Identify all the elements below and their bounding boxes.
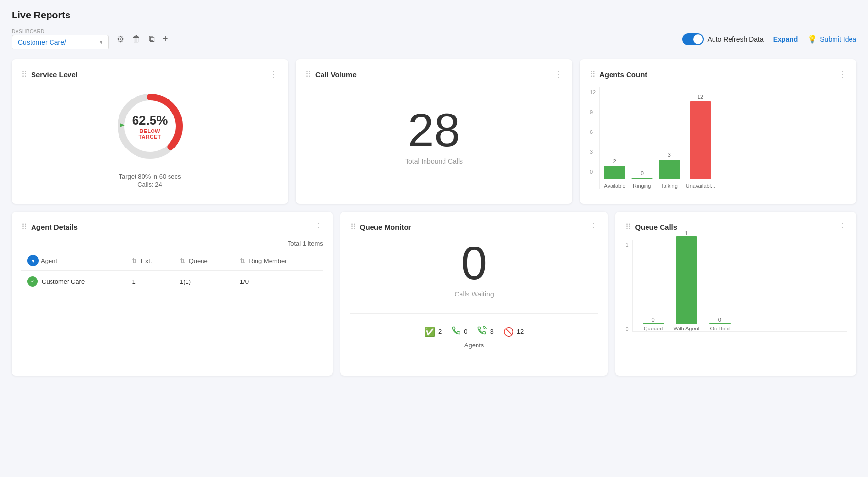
check-circle-icon: ✅ bbox=[425, 327, 435, 337]
auto-refresh-toggle: Auto Refresh Data bbox=[682, 33, 764, 45]
call-volume-title: Call Volume bbox=[315, 70, 357, 79]
bar-queued: 0 Queued bbox=[643, 317, 664, 331]
queue-monitor-card: ⠿ Queue Monitor ⋮ 0 Calls Waiting ✅ 2 bbox=[340, 212, 608, 376]
card-title-wrap: ⠿ Service Level bbox=[21, 70, 78, 79]
bar-unavailable: 12 Unavailabl... bbox=[686, 94, 715, 189]
cell-agent: ✓ Customer Care bbox=[21, 271, 126, 292]
stat-unavailable: 🚫 12 bbox=[503, 327, 524, 337]
agent-details-table: ▼ Agent ⇅ Ext. ⇅ Queue bbox=[21, 251, 323, 292]
copy-icon[interactable]: ⧉ bbox=[147, 32, 157, 46]
call-volume-menu-icon[interactable]: ⋮ bbox=[554, 69, 562, 80]
phone-icon bbox=[477, 326, 487, 338]
col-queue[interactable]: ⇅ Queue bbox=[174, 251, 234, 271]
delete-icon[interactable]: 🗑 bbox=[130, 32, 143, 46]
agents-count-title: Agents Count bbox=[599, 70, 647, 79]
dashboard-select-text: Customer Care/ bbox=[18, 38, 96, 46]
agent-details-menu-icon[interactable]: ⋮ bbox=[314, 221, 323, 232]
call-volume-number: 28 bbox=[408, 107, 460, 153]
call-volume-label: Total Inbound Calls bbox=[405, 157, 463, 165]
stat-ringing-value: 0 bbox=[464, 328, 467, 335]
y-axis: 12 9 6 3 0 bbox=[590, 87, 599, 175]
cell-queue: 1(1) bbox=[174, 271, 234, 292]
card-title-wrap: ⠿ Queue Monitor bbox=[350, 222, 411, 231]
toolbar-right: Auto Refresh Data Expand 💡 Submit Idea bbox=[682, 33, 856, 45]
call-volume-header: ⠿ Call Volume ⋮ bbox=[306, 69, 562, 80]
bottom-grid: ⠿ Agent Details ⋮ Total 1 items ▼ Age bbox=[12, 212, 856, 376]
toolbar: DASHBOARD Customer Care/ ▾ ⚙ 🗑 ⧉ + Auto … bbox=[12, 29, 856, 49]
bar-available: 2 Available bbox=[604, 158, 625, 189]
queue-calls-waiting-number: 0 bbox=[461, 240, 487, 286]
dashboard-select[interactable]: Customer Care/ ▾ bbox=[12, 35, 109, 49]
table-row: ✓ Customer Care 1 1(1) 1/0 bbox=[21, 271, 323, 292]
service-target: Target 80% in 60 secs bbox=[119, 173, 181, 180]
stat-talking: 3 bbox=[477, 326, 493, 338]
toolbar-icons: ⚙ 🗑 ⧉ + bbox=[115, 32, 170, 47]
on-hold-bar bbox=[709, 323, 731, 324]
queued-bar bbox=[643, 323, 664, 324]
service-percent: 62.5% bbox=[131, 113, 170, 128]
service-level-title: Service Level bbox=[31, 70, 78, 79]
dashboard-select-wrap: DASHBOARD Customer Care/ ▾ bbox=[12, 29, 109, 49]
bar-with-agent: 1 With Agent bbox=[674, 230, 699, 331]
agents-label: Agents bbox=[464, 342, 484, 349]
drag-handle-icon: ⠿ bbox=[590, 70, 596, 79]
auto-refresh-label: Auto Refresh Data bbox=[708, 35, 764, 43]
bar-talking: 3 Talking bbox=[659, 152, 680, 189]
card-title-wrap: ⠿ Queue Calls bbox=[625, 222, 677, 231]
cell-ext: 1 bbox=[126, 271, 174, 292]
expand-button[interactable]: Expand bbox=[773, 35, 798, 43]
agents-count-header: ⠿ Agents Count ⋮ bbox=[590, 69, 847, 80]
agent-details-title: Agent Details bbox=[31, 223, 78, 231]
service-level-card: ⠿ Service Level ⋮ 62.5% bbox=[12, 59, 288, 204]
page-title: Live Reports bbox=[12, 10, 856, 21]
queue-calls-title: Queue Calls bbox=[635, 223, 677, 231]
service-level-body: 62.5% BELOW TARGET Target 80% in 60 secs… bbox=[21, 87, 278, 189]
card-title-wrap: ⠿ Agents Count bbox=[590, 70, 647, 79]
queue-monitor-menu-icon[interactable]: ⋮ bbox=[589, 221, 598, 232]
drag-handle-icon: ⠿ bbox=[21, 222, 27, 231]
page-container: Live Reports DASHBOARD Customer Care/ ▾ … bbox=[0, 0, 868, 385]
agent-name-cell: ✓ Customer Care bbox=[27, 276, 120, 287]
ringing-icon bbox=[451, 326, 461, 338]
queue-monitor-body: 0 Calls Waiting ✅ 2 0 bbox=[350, 240, 598, 349]
submit-idea-button[interactable]: 💡 Submit Idea bbox=[807, 34, 856, 44]
stat-talking-value: 3 bbox=[490, 328, 493, 335]
stat-unavailable-value: 12 bbox=[517, 328, 524, 335]
call-volume-card: ⠿ Call Volume ⋮ 28 Total Inbound Calls bbox=[296, 59, 572, 204]
donut-center: 62.5% BELOW TARGET bbox=[131, 113, 170, 140]
service-level-header: ⠿ Service Level ⋮ bbox=[21, 69, 278, 80]
bar-on-hold: 0 On Hold bbox=[709, 317, 731, 331]
service-level-menu-icon[interactable]: ⋮ bbox=[270, 69, 278, 80]
submit-idea-label: Submit Idea bbox=[820, 35, 856, 43]
agents-count-menu-icon[interactable]: ⋮ bbox=[838, 69, 847, 80]
queue-calls-header: ⠿ Queue Calls ⋮ bbox=[625, 221, 847, 232]
with-agent-bar bbox=[676, 236, 697, 324]
queue-calls-menu-icon[interactable]: ⋮ bbox=[838, 221, 847, 232]
qc-bars-area: 0 Queued 1 With Agent 0 bbox=[632, 240, 847, 332]
total-items: Total 1 items bbox=[21, 240, 323, 247]
settings-icon[interactable]: ⚙ bbox=[115, 32, 126, 47]
queue-calls-body: 1 0 0 Queued 1 bbox=[625, 240, 847, 366]
service-info: Target 80% in 60 secs Calls: 24 bbox=[119, 173, 181, 189]
service-status: BELOW TARGET bbox=[131, 128, 170, 140]
toolbar-left: DASHBOARD Customer Care/ ▾ ⚙ 🗑 ⧉ + bbox=[12, 29, 170, 49]
drag-handle-icon: ⠿ bbox=[21, 70, 27, 79]
col-ext[interactable]: ⇅ Ext. bbox=[126, 251, 174, 271]
calls-waiting-label: Calls Waiting bbox=[455, 290, 494, 298]
col-ring-member[interactable]: ⇅ Ring Member bbox=[234, 251, 323, 271]
chevron-down-icon: ▾ bbox=[100, 39, 102, 46]
stat-available: ✅ 2 bbox=[425, 327, 442, 337]
top-grid: ⠿ Service Level ⋮ 62.5% bbox=[12, 59, 856, 204]
queue-calls-card: ⠿ Queue Calls ⋮ 1 0 0 Qu bbox=[615, 212, 856, 376]
drag-handle-icon: ⠿ bbox=[350, 222, 356, 231]
qc-y-axis: 1 0 bbox=[625, 240, 632, 332]
service-calls: Calls: 24 bbox=[119, 181, 181, 188]
queue-monitor-header: ⠿ Queue Monitor ⋮ bbox=[350, 221, 598, 232]
drag-handle-icon: ⠿ bbox=[625, 222, 631, 231]
add-icon[interactable]: + bbox=[161, 32, 170, 46]
block-icon: 🚫 bbox=[503, 327, 514, 337]
stat-ringing: 0 bbox=[451, 326, 467, 338]
dashboard-label: DASHBOARD bbox=[12, 29, 109, 34]
col-agent[interactable]: ▼ Agent bbox=[21, 251, 126, 271]
toggle-switch[interactable] bbox=[682, 33, 704, 45]
